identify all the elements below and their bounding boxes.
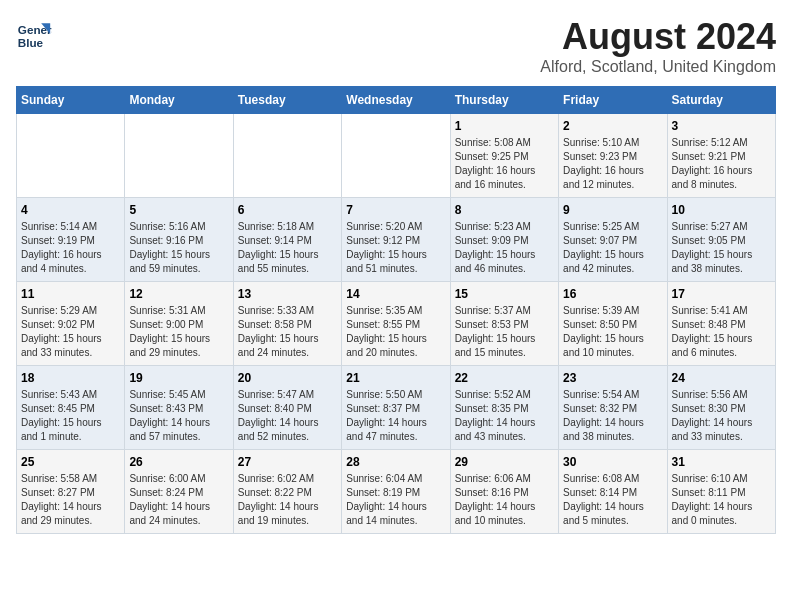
calendar-week-row: 11Sunrise: 5:29 AM Sunset: 9:02 PM Dayli… [17, 282, 776, 366]
day-info: Sunrise: 5:45 AM Sunset: 8:43 PM Dayligh… [129, 388, 228, 444]
day-info: Sunrise: 5:43 AM Sunset: 8:45 PM Dayligh… [21, 388, 120, 444]
day-info: Sunrise: 6:04 AM Sunset: 8:19 PM Dayligh… [346, 472, 445, 528]
day-number: 12 [129, 287, 228, 301]
day-info: Sunrise: 5:58 AM Sunset: 8:27 PM Dayligh… [21, 472, 120, 528]
calendar-cell: 13Sunrise: 5:33 AM Sunset: 8:58 PM Dayli… [233, 282, 341, 366]
calendar-cell: 9Sunrise: 5:25 AM Sunset: 9:07 PM Daylig… [559, 198, 667, 282]
calendar-cell: 21Sunrise: 5:50 AM Sunset: 8:37 PM Dayli… [342, 366, 450, 450]
day-number: 11 [21, 287, 120, 301]
day-info: Sunrise: 5:25 AM Sunset: 9:07 PM Dayligh… [563, 220, 662, 276]
calendar-cell: 30Sunrise: 6:08 AM Sunset: 8:14 PM Dayli… [559, 450, 667, 534]
calendar-cell: 22Sunrise: 5:52 AM Sunset: 8:35 PM Dayli… [450, 366, 558, 450]
calendar-cell: 10Sunrise: 5:27 AM Sunset: 9:05 PM Dayli… [667, 198, 775, 282]
day-info: Sunrise: 5:41 AM Sunset: 8:48 PM Dayligh… [672, 304, 771, 360]
day-info: Sunrise: 5:10 AM Sunset: 9:23 PM Dayligh… [563, 136, 662, 192]
calendar-cell: 6Sunrise: 5:18 AM Sunset: 9:14 PM Daylig… [233, 198, 341, 282]
day-number: 1 [455, 119, 554, 133]
calendar-cell: 18Sunrise: 5:43 AM Sunset: 8:45 PM Dayli… [17, 366, 125, 450]
day-number: 8 [455, 203, 554, 217]
day-info: Sunrise: 6:10 AM Sunset: 8:11 PM Dayligh… [672, 472, 771, 528]
day-header: Saturday [667, 87, 775, 114]
calendar-cell [342, 114, 450, 198]
calendar-cell: 28Sunrise: 6:04 AM Sunset: 8:19 PM Dayli… [342, 450, 450, 534]
day-number: 28 [346, 455, 445, 469]
day-info: Sunrise: 5:23 AM Sunset: 9:09 PM Dayligh… [455, 220, 554, 276]
calendar-week-row: 18Sunrise: 5:43 AM Sunset: 8:45 PM Dayli… [17, 366, 776, 450]
calendar-cell [125, 114, 233, 198]
day-info: Sunrise: 5:39 AM Sunset: 8:50 PM Dayligh… [563, 304, 662, 360]
calendar-cell: 4Sunrise: 5:14 AM Sunset: 9:19 PM Daylig… [17, 198, 125, 282]
calendar-cell [17, 114, 125, 198]
calendar-cell [233, 114, 341, 198]
day-info: Sunrise: 6:08 AM Sunset: 8:14 PM Dayligh… [563, 472, 662, 528]
day-number: 17 [672, 287, 771, 301]
day-number: 14 [346, 287, 445, 301]
day-number: 18 [21, 371, 120, 385]
day-header: Thursday [450, 87, 558, 114]
calendar-cell: 17Sunrise: 5:41 AM Sunset: 8:48 PM Dayli… [667, 282, 775, 366]
calendar-cell: 5Sunrise: 5:16 AM Sunset: 9:16 PM Daylig… [125, 198, 233, 282]
day-info: Sunrise: 5:52 AM Sunset: 8:35 PM Dayligh… [455, 388, 554, 444]
header: General Blue August 2024 Alford, Scotlan… [16, 16, 776, 76]
calendar-cell: 29Sunrise: 6:06 AM Sunset: 8:16 PM Dayli… [450, 450, 558, 534]
day-info: Sunrise: 5:54 AM Sunset: 8:32 PM Dayligh… [563, 388, 662, 444]
day-number: 21 [346, 371, 445, 385]
day-number: 20 [238, 371, 337, 385]
calendar-cell: 23Sunrise: 5:54 AM Sunset: 8:32 PM Dayli… [559, 366, 667, 450]
day-info: Sunrise: 5:16 AM Sunset: 9:16 PM Dayligh… [129, 220, 228, 276]
day-number: 30 [563, 455, 662, 469]
calendar-cell: 31Sunrise: 6:10 AM Sunset: 8:11 PM Dayli… [667, 450, 775, 534]
day-number: 3 [672, 119, 771, 133]
day-header: Wednesday [342, 87, 450, 114]
day-header: Friday [559, 87, 667, 114]
day-number: 29 [455, 455, 554, 469]
day-number: 9 [563, 203, 662, 217]
day-info: Sunrise: 5:20 AM Sunset: 9:12 PM Dayligh… [346, 220, 445, 276]
calendar-week-row: 1Sunrise: 5:08 AM Sunset: 9:25 PM Daylig… [17, 114, 776, 198]
day-number: 13 [238, 287, 337, 301]
day-number: 22 [455, 371, 554, 385]
page-subtitle: Alford, Scotland, United Kingdom [540, 58, 776, 76]
calendar-cell: 2Sunrise: 5:10 AM Sunset: 9:23 PM Daylig… [559, 114, 667, 198]
day-info: Sunrise: 5:33 AM Sunset: 8:58 PM Dayligh… [238, 304, 337, 360]
day-number: 31 [672, 455, 771, 469]
day-number: 24 [672, 371, 771, 385]
calendar-cell: 27Sunrise: 6:02 AM Sunset: 8:22 PM Dayli… [233, 450, 341, 534]
day-info: Sunrise: 5:18 AM Sunset: 9:14 PM Dayligh… [238, 220, 337, 276]
day-info: Sunrise: 5:14 AM Sunset: 9:19 PM Dayligh… [21, 220, 120, 276]
day-number: 5 [129, 203, 228, 217]
day-number: 26 [129, 455, 228, 469]
svg-text:Blue: Blue [18, 36, 44, 49]
calendar-cell: 14Sunrise: 5:35 AM Sunset: 8:55 PM Dayli… [342, 282, 450, 366]
day-info: Sunrise: 5:50 AM Sunset: 8:37 PM Dayligh… [346, 388, 445, 444]
calendar-week-row: 25Sunrise: 5:58 AM Sunset: 8:27 PM Dayli… [17, 450, 776, 534]
day-number: 10 [672, 203, 771, 217]
day-info: Sunrise: 5:47 AM Sunset: 8:40 PM Dayligh… [238, 388, 337, 444]
day-info: Sunrise: 5:12 AM Sunset: 9:21 PM Dayligh… [672, 136, 771, 192]
day-number: 16 [563, 287, 662, 301]
calendar-cell: 15Sunrise: 5:37 AM Sunset: 8:53 PM Dayli… [450, 282, 558, 366]
title-area: August 2024 Alford, Scotland, United Kin… [540, 16, 776, 76]
day-number: 7 [346, 203, 445, 217]
calendar-cell: 1Sunrise: 5:08 AM Sunset: 9:25 PM Daylig… [450, 114, 558, 198]
day-info: Sunrise: 6:06 AM Sunset: 8:16 PM Dayligh… [455, 472, 554, 528]
day-number: 19 [129, 371, 228, 385]
page-title: August 2024 [540, 16, 776, 58]
calendar-cell: 7Sunrise: 5:20 AM Sunset: 9:12 PM Daylig… [342, 198, 450, 282]
calendar-cell: 19Sunrise: 5:45 AM Sunset: 8:43 PM Dayli… [125, 366, 233, 450]
calendar-cell: 16Sunrise: 5:39 AM Sunset: 8:50 PM Dayli… [559, 282, 667, 366]
day-number: 25 [21, 455, 120, 469]
calendar-cell: 8Sunrise: 5:23 AM Sunset: 9:09 PM Daylig… [450, 198, 558, 282]
calendar-cell: 26Sunrise: 6:00 AM Sunset: 8:24 PM Dayli… [125, 450, 233, 534]
day-info: Sunrise: 5:27 AM Sunset: 9:05 PM Dayligh… [672, 220, 771, 276]
calendar-week-row: 4Sunrise: 5:14 AM Sunset: 9:19 PM Daylig… [17, 198, 776, 282]
day-number: 27 [238, 455, 337, 469]
day-info: Sunrise: 5:37 AM Sunset: 8:53 PM Dayligh… [455, 304, 554, 360]
day-number: 2 [563, 119, 662, 133]
day-number: 4 [21, 203, 120, 217]
calendar-table: SundayMondayTuesdayWednesdayThursdayFrid… [16, 86, 776, 534]
day-number: 15 [455, 287, 554, 301]
day-info: Sunrise: 5:08 AM Sunset: 9:25 PM Dayligh… [455, 136, 554, 192]
day-info: Sunrise: 5:29 AM Sunset: 9:02 PM Dayligh… [21, 304, 120, 360]
day-header: Sunday [17, 87, 125, 114]
